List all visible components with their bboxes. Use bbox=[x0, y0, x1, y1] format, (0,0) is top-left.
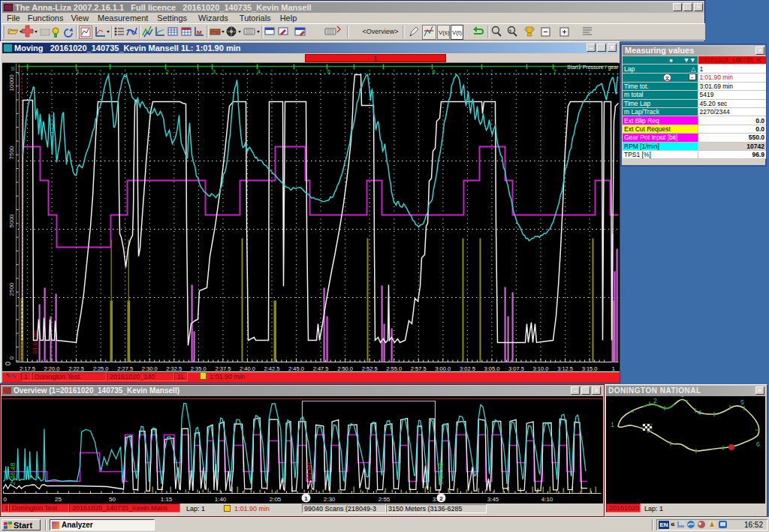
svg-text:1:01.90: 1:01.90 bbox=[306, 462, 313, 485]
svg-text:1: 1 bbox=[611, 421, 614, 428]
svg-text:25: 25 bbox=[55, 496, 62, 503]
svg-text:V(s): V(s) bbox=[439, 29, 450, 36]
svg-text:2:30: 2:30 bbox=[324, 496, 336, 503]
svg-text:2:25.0: 2:25.0 bbox=[93, 365, 109, 372]
svg-text:50: 50 bbox=[109, 496, 116, 503]
svg-text:2:37.5: 2:37.5 bbox=[215, 365, 231, 372]
svg-text:7500: 7500 bbox=[8, 146, 15, 159]
svg-text:5: 5 bbox=[327, 68, 331, 75]
svg-text:2:46.48: 2:46.48 bbox=[9, 462, 17, 485]
svg-text:6: 6 bbox=[756, 440, 760, 448]
svg-text:2:47.5: 2:47.5 bbox=[313, 365, 329, 372]
svg-text:2:20.0: 2:20.0 bbox=[44, 365, 60, 372]
svg-text:2: 2 bbox=[166, 68, 170, 75]
svg-text:1:15: 1:15 bbox=[161, 496, 173, 503]
svg-text:2:50.0: 2:50.0 bbox=[337, 365, 353, 372]
svg-text:2:57.5: 2:57.5 bbox=[411, 365, 427, 372]
svg-text:2:30.0: 2:30.0 bbox=[142, 365, 158, 372]
svg-text:2: 2 bbox=[439, 495, 443, 502]
svg-text:7: 7 bbox=[553, 68, 557, 75]
svg-text:2:05: 2:05 bbox=[270, 496, 282, 503]
svg-text:2:52.5: 2:52.5 bbox=[362, 365, 378, 372]
svg-text:M: M bbox=[197, 29, 202, 36]
svg-text:1:40: 1:40 bbox=[215, 496, 227, 503]
svg-text:4:10: 4:10 bbox=[541, 496, 553, 503]
svg-text:2:32.5: 2:32.5 bbox=[166, 365, 182, 372]
svg-text:5: 5 bbox=[740, 398, 744, 406]
svg-text:6: 6 bbox=[433, 68, 436, 75]
svg-text:2:55: 2:55 bbox=[378, 496, 391, 503]
svg-text:5000: 5000 bbox=[8, 214, 15, 227]
svg-text:1: 1 bbox=[612, 365, 616, 372]
svg-text:2:45.0: 2:45.0 bbox=[288, 365, 304, 372]
svg-text:2:35.0: 2:35.0 bbox=[191, 365, 207, 372]
svg-text:Start / Pressure / gear: Start / Pressure / gear bbox=[567, 65, 619, 71]
svg-text:4: 4 bbox=[698, 409, 701, 416]
svg-text:3:15.0: 3:15.0 bbox=[582, 365, 598, 372]
svg-text:3:05.0: 3:05.0 bbox=[484, 365, 499, 372]
svg-text:0: 0 bbox=[8, 356, 15, 360]
svg-text:3: 3 bbox=[680, 396, 684, 398]
svg-text:3:07.5: 3:07.5 bbox=[508, 365, 524, 372]
svg-text:4: 4 bbox=[258, 68, 261, 75]
svg-text:3:12.5: 3:12.5 bbox=[557, 365, 573, 372]
svg-text:1: 1 bbox=[304, 495, 308, 502]
svg-text:2:42.5: 2:42.5 bbox=[264, 365, 280, 372]
svg-text:2: 2 bbox=[653, 397, 657, 404]
svg-text:0: 0 bbox=[4, 496, 8, 503]
svg-text:±: ± bbox=[509, 28, 512, 33]
svg-text:2:17.5: 2:17.5 bbox=[20, 365, 35, 372]
svg-text:3:10.0: 3:10.0 bbox=[533, 365, 549, 372]
svg-text:3:45: 3:45 bbox=[487, 496, 499, 503]
svg-text:2:27.5: 2:27.5 bbox=[117, 365, 133, 372]
svg-text:3: 3 bbox=[213, 68, 216, 75]
svg-text:2:40.0: 2:40.0 bbox=[240, 365, 255, 372]
svg-text:3:00.0: 3:00.0 bbox=[435, 365, 451, 372]
svg-text:01:01.90: 01:01.90 bbox=[32, 330, 38, 354]
svg-text:2:22.5: 2:22.5 bbox=[68, 365, 84, 372]
svg-text:S: S bbox=[11, 65, 15, 72]
svg-text:2:55.0: 2:55.0 bbox=[386, 365, 402, 372]
svg-text:V(t): V(t) bbox=[452, 29, 462, 36]
svg-text:3:02.5: 3:02.5 bbox=[460, 365, 475, 372]
svg-text:10000: 10000 bbox=[8, 74, 15, 92]
svg-text:2500: 2500 bbox=[8, 282, 15, 296]
svg-text:1: 1 bbox=[77, 68, 80, 75]
svg-text:1:17.46: 1:17.46 bbox=[437, 462, 445, 485]
